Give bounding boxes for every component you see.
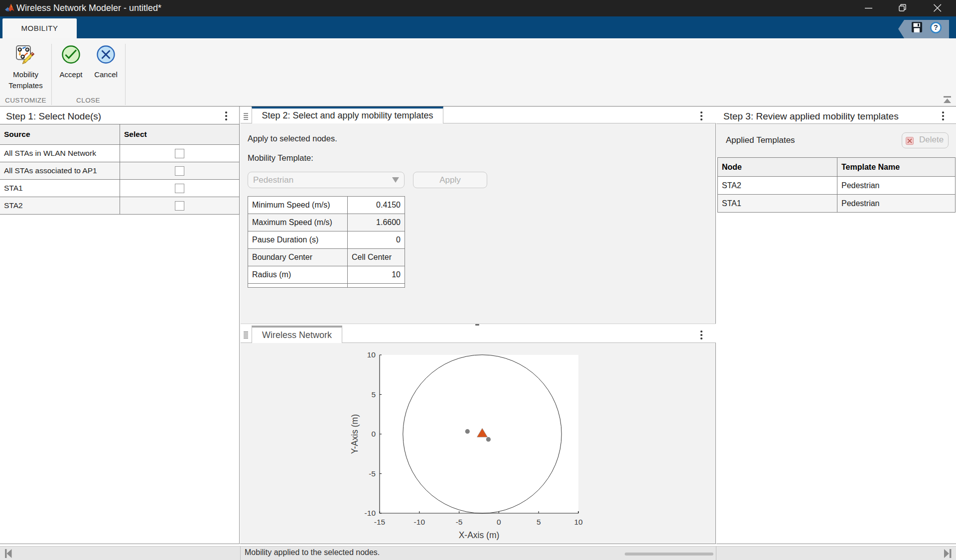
svg-text:10: 10	[367, 350, 376, 359]
svg-text:-10: -10	[414, 518, 425, 526]
svg-text:0: 0	[371, 430, 376, 438]
svg-text:-15: -15	[374, 518, 385, 526]
svg-text:-5: -5	[369, 469, 376, 478]
svg-text:-5: -5	[456, 518, 463, 526]
svg-text:X-Axis (m): X-Axis (m)	[459, 530, 500, 540]
svg-text:?: ?	[934, 23, 938, 31]
svg-text:0: 0	[497, 518, 501, 526]
svg-text:Y-Axis (m): Y-Axis (m)	[350, 414, 360, 454]
svg-text:5: 5	[537, 518, 541, 526]
svg-text:-10: -10	[365, 509, 376, 517]
svg-text:10: 10	[574, 518, 583, 526]
svg-text:5: 5	[371, 390, 376, 399]
